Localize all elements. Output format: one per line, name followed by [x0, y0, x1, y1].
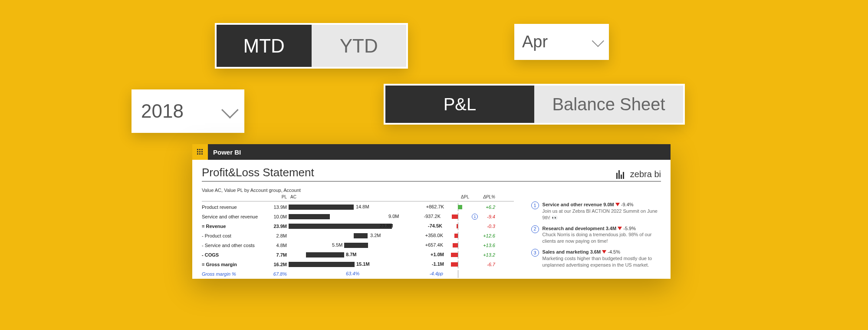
- row-name: = Revenue: [202, 224, 226, 229]
- annotation-pct: -5.9%: [622, 226, 636, 231]
- month-dropdown[interactable]: Apr: [514, 24, 609, 60]
- row-delta: -937.2K: [424, 214, 441, 219]
- brand-text: zebra bi: [630, 169, 661, 179]
- row-delta: -4.4pp: [430, 271, 443, 276]
- row-delta-pct: +13.6: [471, 243, 497, 248]
- svg-rect-9: [616, 173, 618, 179]
- table-row[interactable]: Service and other revenue10.0M9.0M-937.2…: [202, 212, 514, 221]
- sheet-bs-button[interactable]: Balance Sheet: [534, 86, 683, 123]
- row-ac: 14.8M: [356, 204, 369, 209]
- row-delta: +1.0M: [431, 252, 444, 257]
- annotation-item[interactable]: 1Service and other revenue 9.0M -9.4%Joi…: [531, 201, 661, 221]
- row-name: Service and other revenue: [202, 214, 258, 219]
- pl-table: PL AC ΔPL ΔPL% Product revenue13.9M14.8M…: [202, 195, 514, 279]
- annotation-title: Sales and marketing 3.6M: [542, 249, 602, 254]
- row-name: Service and other costs: [202, 243, 255, 248]
- svg-rect-11: [621, 175, 622, 179]
- row-ac: 23.8M: [380, 223, 393, 228]
- period-ytd-button[interactable]: YTD: [312, 25, 407, 67]
- row-delta: +657.4K: [425, 242, 443, 248]
- svg-rect-3: [197, 151, 198, 152]
- col-pl: PL: [267, 195, 289, 201]
- row-name: COGS: [202, 252, 219, 257]
- row-name: Product cost: [202, 233, 231, 238]
- sheet-toggle: P&L Balance Sheet: [384, 84, 685, 125]
- annotation-title: Research and development 3.4M: [542, 226, 618, 231]
- row-delta: +358.0K: [425, 233, 443, 238]
- period-mtd-button[interactable]: MTD: [217, 25, 312, 67]
- col-dpl: ΔPL: [401, 195, 471, 201]
- app-title: Power BI: [213, 148, 241, 156]
- row-pl: 7.7M: [267, 252, 289, 257]
- row-ac: 5.5M: [332, 242, 342, 248]
- triangle-down-icon: [602, 250, 606, 254]
- col-ac: AC: [289, 195, 401, 201]
- svg-rect-5: [201, 151, 203, 152]
- row-pl: 4.8M: [267, 243, 289, 248]
- annotation-pct: -4.5%: [606, 249, 620, 254]
- annotation-desc: Join us at our Zebra BI ACTION 2022 Summ…: [542, 208, 661, 221]
- svg-rect-2: [201, 149, 203, 150]
- table-row[interactable]: Gross margin %67.8%63.4%-4.4pp: [202, 269, 514, 279]
- table-row[interactable]: Service and other costs4.8M5.5M+657.4K+1…: [202, 241, 514, 250]
- row-pl: 10.0M: [267, 214, 289, 219]
- annotation-desc: Chuck Norris is doing a tremendous job. …: [542, 231, 661, 244]
- row-pl: 16.2M: [267, 262, 289, 267]
- year-dropdown[interactable]: 2018: [132, 89, 244, 133]
- row-delta-pct: +6.2: [471, 205, 497, 210]
- row-delta: -1.1M: [432, 261, 444, 267]
- row-pl: 13.9M: [267, 205, 289, 210]
- table-row[interactable]: COGS7.7M8.7M+1.0M+13.2: [202, 250, 514, 260]
- annotation-number-icon: 3: [531, 249, 539, 257]
- row-delta: -74.5K: [428, 223, 442, 228]
- triangle-down-icon: [618, 227, 622, 230]
- annotation-item[interactable]: 2Research and development 3.4M -5.9%Chuc…: [531, 225, 661, 245]
- sheet-pl-button[interactable]: P&L: [385, 86, 534, 123]
- annotations-panel: 1Service and other revenue 9.0M -9.4%Joi…: [531, 195, 661, 279]
- svg-rect-4: [199, 151, 201, 152]
- row-pl: 67.8%: [267, 271, 289, 277]
- report-subhead: Value AC, Value PL by Account group, Acc…: [202, 188, 661, 193]
- row-delta-pct: +12.6: [471, 233, 497, 238]
- row-delta: +862.7K: [426, 204, 444, 209]
- brand-logo: zebra bi: [616, 169, 661, 179]
- chevron-down-icon: [592, 35, 604, 47]
- row-name: Product revenue: [202, 205, 237, 210]
- month-value: Apr: [522, 33, 548, 51]
- table-row[interactable]: Product cost2.8M3.2M+358.0K+12.6: [202, 231, 514, 241]
- row-delta-pct: -6.7: [471, 262, 497, 267]
- column-headers: PL AC ΔPL ΔPL%: [202, 195, 514, 201]
- row-ac: 15.1M: [356, 261, 370, 267]
- annotation-pct: -9.4%: [620, 202, 634, 207]
- report-window: Power BI Profit&Loss Statement zebra bi …: [192, 144, 671, 279]
- row-delta-pct: -0.3: [471, 224, 497, 229]
- svg-rect-12: [623, 172, 624, 179]
- table-row[interactable]: Product revenue13.9M14.8M+862.7K+6.2: [202, 202, 514, 212]
- row-pl: 23.9M: [267, 224, 289, 229]
- col-dplp: ΔPL%: [471, 195, 497, 201]
- report-title: Profit&Loss Statement: [202, 166, 314, 179]
- svg-rect-1: [199, 149, 201, 150]
- row-ac: 8.7M: [346, 252, 356, 257]
- annotation-item[interactable]: 3Sales and marketing 3.6M -4.5%Marketing…: [531, 249, 661, 268]
- table-row[interactable]: = Revenue23.9M23.8M-74.5K-0.3: [202, 221, 514, 231]
- chevron-down-icon: [221, 101, 239, 119]
- table-row[interactable]: = Gross margin16.2M15.1M-1.1M-6.7: [202, 260, 514, 269]
- svg-rect-0: [197, 149, 198, 150]
- annotation-number-icon: 2: [531, 225, 539, 233]
- svg-rect-7: [199, 153, 201, 155]
- svg-rect-10: [618, 170, 620, 179]
- row-ac: 3.2M: [370, 233, 381, 238]
- row-name: = Gross margin: [202, 262, 237, 267]
- annotation-desc: Marketing costs higher than budgeted mos…: [542, 255, 661, 268]
- row-ac: 63.4%: [346, 271, 359, 276]
- row-pl: 2.8M: [267, 233, 289, 238]
- row-ac: 9.0M: [388, 214, 399, 219]
- annotation-badge[interactable]: 1: [472, 214, 478, 220]
- annotation-number-icon: 1: [531, 201, 539, 209]
- triangle-down-icon: [615, 203, 620, 206]
- svg-rect-8: [201, 153, 203, 155]
- row-delta-pct: +13.2: [471, 252, 497, 257]
- annotation-title: Service and other revenue 9.0M: [542, 202, 615, 207]
- row-name: Gross margin %: [202, 271, 236, 277]
